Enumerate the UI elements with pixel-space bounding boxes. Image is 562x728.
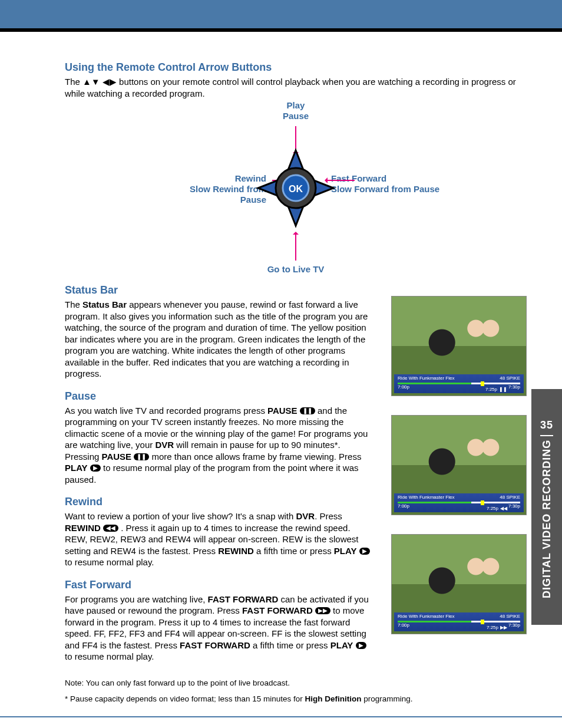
label-play: Play xyxy=(287,100,305,110)
arrow-glyphs-icon: ▲▼ ◀▶ xyxy=(82,77,117,87)
sb-start-time: 7:00p xyxy=(398,622,409,628)
sb-channel: 48 SPIKE xyxy=(500,375,520,381)
heading-rewind: Rewind xyxy=(65,496,373,508)
sb-end-time: 7:30p xyxy=(508,503,520,509)
note2-b: programming. xyxy=(361,694,412,703)
pause-icon: ❚❚ xyxy=(134,453,149,460)
heading-pause: Pause xyxy=(65,390,373,403)
heading-arrow-buttons: Using the Remote Control Arrow Buttons xyxy=(65,61,527,74)
diagram-label-right: Fast Forward Slow Forward from Pause xyxy=(331,173,439,195)
screenshot-column: Ride With Funkmaster Flex 48 SPIKE 7:00p… xyxy=(391,284,527,673)
note2-a: * Pause capacity depends on video format… xyxy=(65,694,305,703)
pause-icon: ❚❚ xyxy=(300,407,315,414)
heading-status-bar: Status Bar xyxy=(65,284,373,297)
section-fast-forward: Fast Forward For programs you are watchi… xyxy=(65,579,373,663)
rewind-paragraph: Want to review a portion of your live sh… xyxy=(65,510,373,568)
note-ff-limit: Note: You can only fast forward up to th… xyxy=(65,678,527,689)
intro-text-b: buttons on your remote control will cont… xyxy=(65,77,516,98)
top-banner xyxy=(0,0,562,32)
arrow-up-icon xyxy=(295,232,296,261)
sb-pos: 7:25p xyxy=(487,625,498,630)
section-pause: Pause As you watch live TV and recorded … xyxy=(65,390,373,486)
play-icon: ▶ xyxy=(359,548,370,555)
note2-bold: High Definition xyxy=(305,694,362,703)
play-icon: ▶ xyxy=(356,642,366,649)
section-status-bar: Status Bar The Status Bar appears whenev… xyxy=(65,284,373,380)
sb-text-bold: Status Bar xyxy=(82,299,127,309)
sb-pos: 7:25p xyxy=(485,387,497,392)
tv-status-bar: Ride With Funkmaster Flex 48 SPIKE 7:00p… xyxy=(394,374,524,393)
sb-start-time: 7:00p xyxy=(398,384,409,390)
intro-text-a: The xyxy=(65,77,82,87)
ff-indicator-icon: ▶▶ xyxy=(500,625,507,630)
rewind-indicator-icon: ◀◀ xyxy=(500,506,507,511)
remote-diagram: Play Pause Rewind Slow Rewind from Pause… xyxy=(72,103,520,274)
tv-status-bar: Ride With Funkmaster Flex 48 SPIKE 7:00p… xyxy=(394,612,524,631)
ff-paragraph: For programs you are watching live, FAST… xyxy=(65,594,373,663)
tv-screenshot-rewind: Ride With Funkmaster Flex 48 SPIKE 7:00p… xyxy=(391,415,527,515)
sb-text-b: appears whenever you pause, rewind or fa… xyxy=(65,299,368,378)
sb-end-time: 7:30p xyxy=(508,622,520,628)
sb-start-time: 7:00p xyxy=(398,503,409,509)
remote-ok-button-icon: OK xyxy=(254,147,337,229)
tv-screenshot-pause: Ride With Funkmaster Flex 48 SPIKE 7:00p… xyxy=(391,296,527,396)
bottom-rule xyxy=(0,716,562,717)
tv-screenshot-ff: Ride With Funkmaster Flex 48 SPIKE 7:00p… xyxy=(391,534,527,634)
status-bar-paragraph: The Status Bar appears whenever you paus… xyxy=(65,299,373,380)
fast-forward-icon: ▶▶ xyxy=(315,607,330,614)
sb-program-title: Ride With Funkmaster Flex xyxy=(398,614,454,619)
section-rewind: Rewind Want to review a portion of your … xyxy=(65,496,373,568)
diagram-label-top: Play Pause xyxy=(283,100,309,121)
sb-channel: 48 SPIKE xyxy=(500,614,520,619)
label-slow-forward: Slow Forward from Pause xyxy=(331,184,439,194)
label-pause: Pause xyxy=(283,111,309,121)
sb-channel: 48 SPIKE xyxy=(500,495,520,500)
section-arrow-buttons: Using the Remote Control Arrow Buttons T… xyxy=(65,61,527,274)
intro-paragraph: The ▲▼ ◀▶ buttons on your remote control… xyxy=(65,76,527,99)
diagram-label-bottom: Go to Live TV xyxy=(267,264,325,275)
play-icon: ▶ xyxy=(90,465,101,472)
note-pause-capacity: * Pause capacity depends on video format… xyxy=(65,694,527,704)
svg-text:OK: OK xyxy=(289,184,303,194)
sb-end-time: 7:30p xyxy=(508,384,520,390)
rewind-icon: ◀◀ xyxy=(103,525,118,532)
sb-text-a: The xyxy=(65,299,82,309)
heading-fast-forward: Fast Forward xyxy=(65,579,373,591)
pause-indicator-icon: ❚❚ xyxy=(499,387,507,392)
label-ff: Fast Forward xyxy=(331,173,386,183)
sb-pos: 7:25p xyxy=(487,506,498,511)
pause-paragraph: As you watch live TV and recorded progra… xyxy=(65,405,373,486)
tv-status-bar: Ride With Funkmaster Flex 48 SPIKE 7:00p… xyxy=(394,493,524,512)
sb-program-title: Ride With Funkmaster Flex xyxy=(398,375,454,381)
sb-program-title: Ride With Funkmaster Flex xyxy=(398,495,454,500)
